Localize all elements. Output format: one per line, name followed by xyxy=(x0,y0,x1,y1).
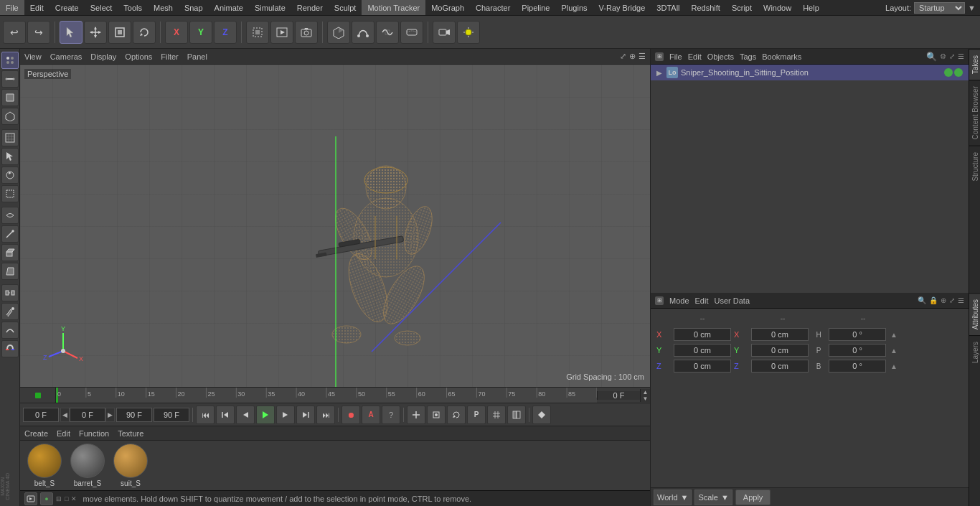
y-axis-button[interactable]: Y xyxy=(189,21,212,44)
materials-function-menu[interactable]: Function xyxy=(79,429,109,438)
z-axis-button[interactable]: Z xyxy=(214,21,237,44)
render-region-button[interactable] xyxy=(246,21,269,44)
viewport-lock-btn[interactable]: ⊕ xyxy=(629,52,636,61)
go-to-end-button[interactable]: ⏭ xyxy=(316,406,335,424)
structure-tab[interactable]: Structure xyxy=(969,146,980,187)
materials-create-menu[interactable]: Create xyxy=(24,429,48,438)
knife-tool-btn[interactable] xyxy=(1,225,19,243)
start-frame-input[interactable] xyxy=(23,408,59,422)
rotate-tool-button[interactable] xyxy=(133,21,156,44)
close-small-icon[interactable]: ✕ xyxy=(71,495,77,502)
om-file-menu[interactable]: File xyxy=(669,52,682,61)
loop-select-btn[interactable] xyxy=(1,207,19,224)
editor-visibility-dot[interactable] xyxy=(944,68,953,77)
go-to-start-button[interactable]: ⏮ xyxy=(196,406,215,424)
layers-tab[interactable]: Layers xyxy=(969,335,980,369)
play-button[interactable] xyxy=(256,406,275,424)
window-mode-icon[interactable]: ⊟ xyxy=(56,495,62,502)
om-objects-menu[interactable]: Objects xyxy=(707,52,734,61)
h-rot-value[interactable]: 0 ° xyxy=(829,328,886,341)
attr-lock-icon[interactable]: 🔒 xyxy=(929,296,938,304)
material-suit[interactable]: suit_S xyxy=(112,444,149,487)
extrude-btn[interactable] xyxy=(1,244,19,261)
timeline-ruler[interactable]: 051015202530354045505560657075808590 0 F… xyxy=(20,387,650,403)
deformer-button[interactable] xyxy=(400,21,423,44)
content-browser-tab[interactable]: Content Browser xyxy=(969,80,980,145)
y-size-value[interactable]: 0 cm xyxy=(751,344,809,357)
z-pos-value[interactable]: 0 cm xyxy=(674,360,731,373)
help-playback-button[interactable]: ? xyxy=(382,406,400,424)
menu-tools[interactable]: Tools xyxy=(118,0,148,15)
materials-edit-menu[interactable]: Edit xyxy=(57,429,70,438)
z-size-value[interactable]: 0 cm xyxy=(751,360,809,373)
menu-vray[interactable]: V-Ray Bridge xyxy=(593,0,651,15)
end-frame-input1[interactable] xyxy=(116,408,152,422)
attr-search-icon[interactable]: 🔍 xyxy=(918,296,926,304)
om-settings-icon[interactable]: ⚙ xyxy=(940,52,946,60)
auto-key-button[interactable]: A xyxy=(362,406,380,424)
next-keyframe-button[interactable] xyxy=(296,406,315,424)
light-button[interactable] xyxy=(457,21,480,44)
om-search-icon[interactable]: 🔍 xyxy=(926,52,937,62)
snap-p-btn[interactable]: P xyxy=(467,406,486,424)
menu-mesh[interactable]: Mesh xyxy=(148,0,179,15)
live-select-btn[interactable] xyxy=(1,167,19,184)
next-frame-button[interactable] xyxy=(276,406,295,424)
snap-move-btn[interactable] xyxy=(427,406,446,424)
prev-frame-button[interactable] xyxy=(236,406,255,424)
timeline-scroll-arrows[interactable]: ▲ ▼ xyxy=(640,389,650,402)
menu-redshift[interactable]: Redshift xyxy=(686,0,726,15)
viewport-options-menu[interactable]: Options xyxy=(125,52,152,61)
menu-animate[interactable]: Animate xyxy=(209,0,249,15)
menu-mograph[interactable]: MoGraph xyxy=(425,0,470,15)
current-frame-input[interactable] xyxy=(70,408,105,422)
menu-window[interactable]: Window xyxy=(758,0,797,15)
record-button[interactable]: ⏺ xyxy=(341,406,360,424)
layout-dropdown[interactable]: Startup Standard Animate xyxy=(914,2,965,14)
maximize-icon[interactable]: □ xyxy=(65,495,68,502)
attributes-tab[interactable]: Attributes xyxy=(969,293,980,335)
timeline-scroll-down[interactable]: ▼ xyxy=(643,395,649,402)
apply-button[interactable]: Apply xyxy=(735,489,771,505)
materials-texture-menu[interactable]: Texture xyxy=(118,429,143,438)
viewport-cameras-menu[interactable]: Cameras xyxy=(50,52,83,61)
keyframe-mode-btn[interactable] xyxy=(532,406,551,424)
menu-edit[interactable]: Edit xyxy=(24,0,50,15)
bridge-btn[interactable] xyxy=(1,284,19,301)
render-active-button[interactable] xyxy=(270,21,293,44)
menu-file[interactable]: File xyxy=(0,0,24,15)
menu-create[interactable]: Create xyxy=(50,0,85,15)
menu-3dtall[interactable]: 3DTAll xyxy=(651,0,685,15)
menu-motion-tracker[interactable]: Motion Tracker xyxy=(362,0,425,15)
mode-object-btn[interactable] xyxy=(1,108,19,125)
menu-character[interactable]: Character xyxy=(470,0,516,15)
smooth-btn[interactable] xyxy=(1,322,19,339)
move-tool-button[interactable] xyxy=(84,21,107,44)
menu-help[interactable]: Help xyxy=(797,0,825,15)
b-rot-value[interactable]: 0 ° xyxy=(829,360,886,373)
menu-snap[interactable]: Snap xyxy=(179,0,209,15)
p-rot-arrow[interactable]: ▲ xyxy=(890,347,897,355)
viewport-filter-menu[interactable]: Filter xyxy=(161,52,178,61)
viewport-menu-btn[interactable]: ☰ xyxy=(639,52,646,61)
viewport-view-menu[interactable]: View xyxy=(24,52,42,61)
object-item-sniper[interactable]: ▶ Lo Sniper_Shooting_in_Sitting_Position xyxy=(651,65,969,80)
mode-polygons-btn[interactable] xyxy=(1,89,19,106)
x-axis-button[interactable]: X xyxy=(165,21,188,44)
om-bookmarks-menu[interactable]: Bookmarks xyxy=(762,52,801,61)
timeline-track[interactable]: 051015202530354045505560657075808590 xyxy=(56,388,597,403)
menu-select[interactable]: Select xyxy=(85,0,118,15)
undo-button[interactable]: ↩ xyxy=(3,21,26,44)
cube-button[interactable] xyxy=(327,21,350,44)
om-expand-arrow[interactable]: ▶ xyxy=(656,69,662,77)
takes-tab[interactable]: Takes xyxy=(969,49,980,80)
snap-grid-btn[interactable] xyxy=(487,406,506,424)
mode-points-btn[interactable] xyxy=(1,52,19,69)
menu-pipeline[interactable]: Pipeline xyxy=(516,0,555,15)
om-edit-menu[interactable]: Edit xyxy=(688,52,702,61)
menu-simulate[interactable]: Simulate xyxy=(249,0,291,15)
y-pos-value[interactable]: 0 cm xyxy=(674,344,731,357)
render-picture-button[interactable] xyxy=(295,21,318,44)
material-barret[interactable]: barret_S xyxy=(69,444,106,487)
x-size-value[interactable]: 0 cm xyxy=(751,328,809,341)
